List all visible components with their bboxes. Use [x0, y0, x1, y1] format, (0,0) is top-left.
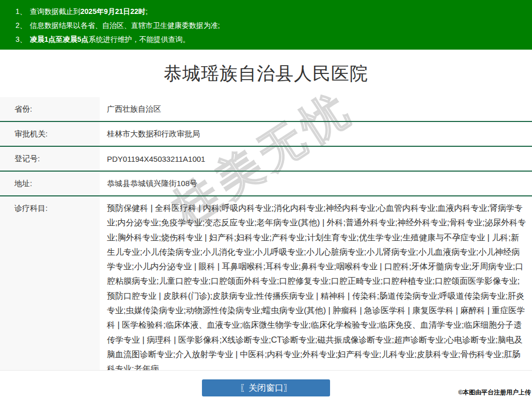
hospital-info-table: 省份: 广西壮族自治区 审批机关: 桂林市大数据和行政审批局 登记号: PDY0…: [0, 97, 532, 371]
row-value: 桂林市大数据和行政审批局: [100, 122, 532, 146]
row-value: 广西壮族自治区: [100, 97, 532, 121]
row-label: 地址:: [0, 172, 100, 195]
notice-banner: 1、查询数据截止到2025年9月21日22时; 2、信息数据结果以各省、自治区、…: [0, 0, 532, 50]
button-row: 〖关闭窗口〗: [0, 379, 532, 396]
notice-number: 3、: [15, 35, 27, 43]
notice-text-bold: 凌晨1点至凌晨5点: [30, 35, 89, 43]
row-label: 省份:: [0, 97, 100, 121]
notice-text: 信息数据结果以各省、自治区、直辖市卫生健康委数据为准;: [30, 21, 220, 29]
row-label: 登记号:: [0, 147, 100, 171]
notice-number: 2、: [15, 21, 27, 29]
upload-credit-text: ©本图由平台注册用户上传: [458, 388, 531, 397]
page-title: 恭城瑶族自治县人民医院: [164, 62, 368, 86]
table-row-address: 地址: 恭城县恭城镇兴隆街108号: [0, 172, 532, 196]
table-row-registration-number: 登记号: PDY01194X45033211A1001: [0, 147, 532, 172]
table-row-approval-authority: 审批机关: 桂林市大数据和行政审批局: [0, 122, 532, 147]
row-value: 恭城县恭城镇兴隆街108号: [100, 172, 532, 195]
notice-text: 系统进行维护，不能提供查询。: [88, 35, 190, 43]
notice-line-2: 2、信息数据结果以各省、自治区、直辖市卫生健康委数据为准;: [15, 19, 527, 33]
title-section: 恭城瑶族自治县人民医院: [0, 50, 532, 97]
table-row-province: 省份: 广西壮族自治区: [0, 97, 532, 122]
notice-line-3: 3、凌晨1点至凌晨5点系统进行维护，不能提供查询。: [15, 33, 527, 47]
notice-text-bold: 2025年9月21日22时: [81, 7, 146, 16]
notice-text: 查询数据截止到: [30, 7, 81, 16]
notice-number: 1、: [15, 7, 27, 16]
close-window-button[interactable]: 〖关闭窗口〗: [202, 379, 330, 396]
notice-line-1: 1、查询数据截止到2025年9月21日22时;: [15, 5, 527, 19]
table-row-medical-subjects: 诊疗科目: 预防保健科 | 全科医疗科 | 内科;呼吸内科专业;消化内科专业;神…: [0, 196, 532, 371]
row-label: 诊疗科目:: [0, 196, 100, 370]
row-label: 审批机关:: [0, 122, 100, 146]
row-value: PDY01194X45033211A1001: [100, 147, 532, 171]
row-value: 预防保健科 | 全科医疗科 | 内科;呼吸内科专业;消化内科专业;神经内科专业;…: [100, 196, 532, 370]
notice-text: ;: [146, 7, 148, 16]
